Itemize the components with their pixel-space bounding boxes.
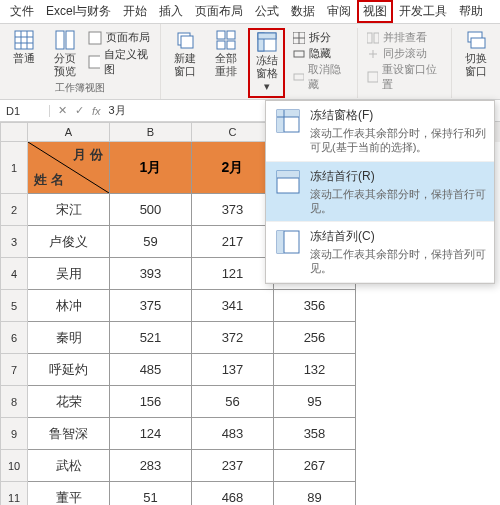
header-feb[interactable]: 2月 (192, 142, 274, 194)
btn-newwindow[interactable]: 新建窗口 (167, 28, 204, 98)
cell-val[interactable]: 485 (110, 354, 192, 386)
cell-val[interactable]: 468 (192, 482, 274, 505)
btn-hide[interactable]: 隐藏 (293, 46, 347, 61)
table-row: 11 董平 51 468 89 (0, 482, 500, 505)
col-C[interactable]: C (192, 122, 274, 142)
btn-arrange[interactable]: 全部重排 (207, 28, 244, 98)
cell-val[interactable]: 132 (274, 354, 356, 386)
cell-val[interactable]: 124 (110, 418, 192, 450)
cell-val[interactable]: 217 (192, 226, 274, 258)
menu-layout[interactable]: 页面布局 (189, 0, 249, 23)
menu-start[interactable]: 开始 (117, 0, 153, 23)
btn-normal-view[interactable]: 普通 (6, 28, 43, 80)
cell-name[interactable]: 董平 (28, 482, 110, 505)
svg-rect-8 (89, 56, 101, 68)
row-head[interactable]: 4 (0, 258, 28, 290)
row-head[interactable]: 9 (0, 418, 28, 450)
cell-val[interactable]: 283 (110, 450, 192, 482)
menu-dev[interactable]: 开发工具 (393, 0, 453, 23)
dd-freeze-top-row[interactable]: 冻结首行(R)滚动工作表其余部分时，保持首行可见。 (266, 162, 494, 223)
col-A[interactable]: A (28, 122, 110, 142)
cell-val[interactable]: 95 (274, 386, 356, 418)
col-B[interactable]: B (110, 122, 192, 142)
cell-val[interactable]: 356 (274, 290, 356, 322)
menu-help[interactable]: 帮助 (453, 0, 489, 23)
btn-resetpos: 重设窗口位置 (367, 62, 440, 92)
row-head[interactable]: 10 (0, 450, 28, 482)
row-head[interactable]: 3 (0, 226, 28, 258)
svg-rect-10 (181, 36, 193, 48)
name-box[interactable]: D1 (0, 105, 50, 117)
cell-name[interactable]: 花荣 (28, 386, 110, 418)
btn-pagelayout[interactable]: 页面布局 (88, 30, 154, 45)
cell-name[interactable]: 武松 (28, 450, 110, 482)
cell-val[interactable]: 89 (274, 482, 356, 505)
normal-view-icon (14, 30, 34, 50)
table-row: 8 花荣 156 56 95 (0, 386, 500, 418)
cell-val[interactable]: 51 (110, 482, 192, 505)
cell-name[interactable]: 卢俊义 (28, 226, 110, 258)
menu-excel[interactable]: Excel与财务 (40, 0, 117, 23)
row-head[interactable]: 11 (0, 482, 28, 505)
cell-val[interactable]: 521 (110, 322, 192, 354)
fx-icon[interactable]: fx (92, 105, 101, 117)
cell-val[interactable]: 59 (110, 226, 192, 258)
row-head[interactable]: 7 (0, 354, 28, 386)
row-head-1[interactable]: 1 (0, 142, 28, 194)
cell-val[interactable]: 372 (192, 322, 274, 354)
btn-freeze-panes[interactable]: 冻结窗格▾ (248, 28, 285, 98)
label-name: 姓 名 (34, 171, 64, 189)
cell-val[interactable]: 121 (192, 258, 274, 290)
label-month: 月 份 (73, 146, 103, 164)
dd-freeze-first-col[interactable]: 冻结首列(C)滚动工作表其余部分时，保持首列可见。 (266, 222, 494, 283)
cell-val[interactable]: 373 (192, 194, 274, 226)
cell-val[interactable]: 375 (110, 290, 192, 322)
cell-val[interactable]: 237 (192, 450, 274, 482)
switchwin-icon (466, 30, 486, 50)
cell-val[interactable]: 483 (192, 418, 274, 450)
cell-name[interactable]: 秦明 (28, 322, 110, 354)
btn-sidebyside: 并排查看 (367, 30, 440, 45)
cell-val[interactable]: 267 (274, 450, 356, 482)
menu-formula[interactable]: 公式 (249, 0, 285, 23)
cell-val[interactable]: 256 (274, 322, 356, 354)
menu-view[interactable]: 视图 (357, 0, 393, 23)
btn-pagebreak[interactable]: 分页 预览 (47, 28, 84, 80)
cancel-icon[interactable]: ✕ (58, 104, 67, 117)
row-head[interactable]: 6 (0, 322, 28, 354)
cell-val[interactable]: 358 (274, 418, 356, 450)
menu-review[interactable]: 审阅 (321, 0, 357, 23)
menu-file[interactable]: 文件 (4, 0, 40, 23)
menu-data[interactable]: 数据 (285, 0, 321, 23)
label-freeze: 冻结窗格▾ (254, 54, 279, 94)
header-name-month[interactable]: 月 份 姓 名 (28, 142, 110, 194)
cell-name[interactable]: 宋江 (28, 194, 110, 226)
formula-value[interactable]: 3月 (109, 103, 126, 118)
menu-insert[interactable]: 插入 (153, 0, 189, 23)
newwindow-icon (175, 30, 195, 50)
cell-val[interactable]: 156 (110, 386, 192, 418)
dd-freeze-panes[interactable]: 冻结窗格(F)滚动工作表其余部分时，保持行和列可见(基于当前的选择)。 (266, 101, 494, 162)
cell-val[interactable]: 341 (192, 290, 274, 322)
header-jan[interactable]: 1月 (110, 142, 192, 194)
svg-rect-6 (66, 31, 74, 49)
btn-switchwin[interactable]: 切换窗口 (457, 28, 494, 98)
select-all-corner[interactable] (0, 122, 28, 142)
svg-rect-35 (277, 171, 299, 178)
cell-val[interactable]: 393 (110, 258, 192, 290)
row-head[interactable]: 8 (0, 386, 28, 418)
btn-split[interactable]: 拆分 (293, 30, 347, 45)
cell-name[interactable]: 呼延灼 (28, 354, 110, 386)
cell-val[interactable]: 56 (192, 386, 274, 418)
cell-name[interactable]: 吴用 (28, 258, 110, 290)
cell-name[interactable]: 林冲 (28, 290, 110, 322)
row-head[interactable]: 5 (0, 290, 28, 322)
cell-val[interactable]: 500 (110, 194, 192, 226)
btn-unhide: 取消隐藏 (293, 62, 347, 92)
btn-customview[interactable]: 自定义视图 (88, 47, 154, 77)
cell-val[interactable]: 137 (192, 354, 274, 386)
svg-rect-0 (15, 31, 33, 49)
cell-name[interactable]: 鲁智深 (28, 418, 110, 450)
row-head[interactable]: 2 (0, 194, 28, 226)
confirm-icon[interactable]: ✓ (75, 104, 84, 117)
